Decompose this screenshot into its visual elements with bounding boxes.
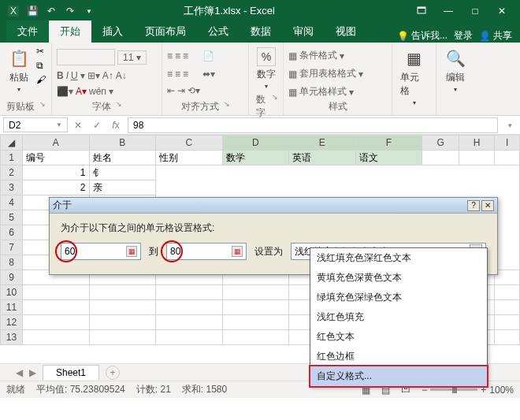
cell[interactable]: 性别 (156, 151, 223, 165)
qat-dropdown-icon[interactable]: ▼ (80, 2, 98, 20)
zoom-value[interactable]: 100% (489, 385, 514, 396)
zoom-slider[interactable] (430, 388, 477, 391)
cell[interactable]: 姓名 (89, 151, 156, 165)
cell[interactable] (495, 330, 520, 345)
align-center-icon[interactable]: ≡ (175, 69, 180, 80)
cell[interactable] (495, 315, 520, 330)
row-header[interactable]: 10 (1, 285, 23, 300)
tab-insert[interactable]: 插入 (91, 20, 134, 43)
row-header[interactable]: 1 (1, 151, 23, 165)
grow-font-icon[interactable]: A↑ (102, 70, 113, 81)
align-bot-icon[interactable]: ≡ (183, 50, 188, 61)
to-value-field[interactable] (170, 246, 225, 257)
col-header[interactable]: A (23, 136, 90, 151)
tab-formulas[interactable]: 公式 (197, 20, 240, 43)
tab-view[interactable]: 视图 (325, 20, 367, 43)
cancel-formula-icon[interactable]: ✕ (71, 120, 85, 131)
cell[interactable]: 数学 (222, 151, 289, 165)
col-header[interactable]: D (222, 136, 289, 151)
cell[interactable] (222, 285, 289, 300)
signin[interactable]: 登录 (454, 29, 473, 43)
row-header[interactable]: 9 (1, 270, 23, 285)
dialog-launcher-icon[interactable]: ↘ (39, 100, 46, 113)
dropdown-item[interactable]: 红色文本 (310, 327, 487, 347)
font-color-icon[interactable]: A▾ (76, 86, 87, 97)
redo-icon[interactable]: ↷ (61, 2, 79, 20)
italic-button[interactable]: I (66, 70, 69, 81)
orientation-icon[interactable]: ⟲▾ (188, 85, 200, 96)
row-header[interactable]: 3 (1, 180, 23, 195)
dropdown-item[interactable]: 浅红填充色深红色文本 (310, 248, 487, 268)
border-icon[interactable]: ⊞▾ (87, 70, 100, 81)
dropdown-item-custom[interactable]: 自定义格式... (310, 366, 487, 386)
wrap-text-icon[interactable]: 📄 (202, 50, 214, 61)
cell[interactable] (89, 315, 156, 330)
indent-dec-icon[interactable]: ⇤ (167, 85, 175, 96)
col-header[interactable]: G (422, 136, 459, 151)
from-value-field[interactable] (65, 246, 120, 257)
shrink-font-icon[interactable]: A↓ (116, 70, 127, 81)
cut-icon[interactable]: ✂ (36, 46, 46, 57)
cell[interactable] (495, 270, 520, 285)
cell[interactable] (23, 285, 90, 300)
dialog-close-icon[interactable]: ✕ (481, 200, 494, 211)
select-all-corner[interactable]: ◢ (1, 136, 23, 151)
row-header[interactable]: 13 (1, 330, 23, 345)
tab-file[interactable]: 文件 (6, 20, 49, 43)
col-header[interactable]: F (355, 136, 422, 151)
conditional-format-button[interactable]: ▦条件格式▾ (288, 49, 344, 62)
formula-bar[interactable]: 98 (128, 117, 498, 133)
save-icon[interactable]: 💾 (24, 2, 41, 20)
row-header[interactable]: 12 (1, 315, 23, 330)
cell[interactable] (23, 315, 90, 330)
minimize-icon[interactable]: — (435, 0, 462, 22)
row-header[interactable]: 2 (1, 165, 23, 180)
dialog-help-icon[interactable]: ? (467, 200, 480, 211)
cell[interactable] (222, 300, 289, 315)
close-icon[interactable]: ✕ (488, 0, 515, 22)
dialog-launcher-icon[interactable]: ↘ (272, 93, 278, 120)
sheet-nav-next-icon[interactable]: ▶ (29, 367, 36, 378)
cell[interactable]: 语文 (355, 151, 422, 165)
cells-button[interactable]: ▦单元格▾ (397, 46, 431, 108)
cell[interactable] (222, 315, 289, 330)
indent-inc-icon[interactable]: ⇥ (177, 85, 185, 96)
cell[interactable] (156, 315, 223, 330)
fill-color-icon[interactable]: ⬛▾ (57, 86, 73, 97)
cell[interactable] (495, 151, 520, 165)
align-right-icon[interactable]: ≡ (183, 69, 188, 80)
ribbon-options-icon[interactable] (408, 0, 435, 22)
cell[interactable]: 2 (23, 180, 90, 195)
cell[interactable] (89, 285, 156, 300)
add-sheet-button[interactable]: + (106, 366, 120, 380)
row-header[interactable]: 5 (1, 210, 23, 225)
cell[interactable] (23, 300, 90, 315)
align-left-icon[interactable]: ≡ (167, 69, 173, 80)
cell[interactable] (156, 300, 223, 315)
bold-button[interactable]: B (57, 70, 64, 81)
undo-icon[interactable]: ↶ (43, 2, 60, 20)
editing-button[interactable]: 🔍编辑▾ (441, 46, 470, 95)
col-header[interactable]: I (495, 136, 520, 151)
cell[interactable] (23, 330, 90, 345)
dialog-launcher-icon[interactable]: ↘ (116, 100, 122, 113)
cell[interactable]: 编号 (23, 151, 90, 165)
accept-formula-icon[interactable]: ✓ (90, 120, 104, 131)
fx-icon[interactable]: fx (109, 120, 123, 131)
format-painter-icon[interactable]: 🖌 (36, 74, 46, 85)
tab-home[interactable]: 开始 (49, 20, 91, 43)
range-picker-icon[interactable]: ▦ (232, 246, 243, 257)
expand-formula-icon[interactable]: ▾ (503, 121, 517, 129)
row-header[interactable]: 7 (1, 240, 23, 255)
sheet-nav-prev-icon[interactable]: ◀ (16, 367, 23, 378)
col-header[interactable]: C (156, 136, 223, 151)
maximize-icon[interactable]: □ (462, 0, 488, 22)
row-header[interactable]: 8 (1, 255, 23, 270)
cell[interactable] (89, 330, 156, 345)
name-box[interactable]: D2▼ (3, 117, 68, 132)
underline-button[interactable]: U (71, 70, 78, 81)
format-as-table-button[interactable]: ▦套用表格格式▾ (288, 67, 363, 80)
cell[interactable] (156, 330, 223, 345)
tellme[interactable]: 💡 告诉我... (397, 29, 448, 43)
to-value-input[interactable]: ▦ (166, 243, 247, 260)
